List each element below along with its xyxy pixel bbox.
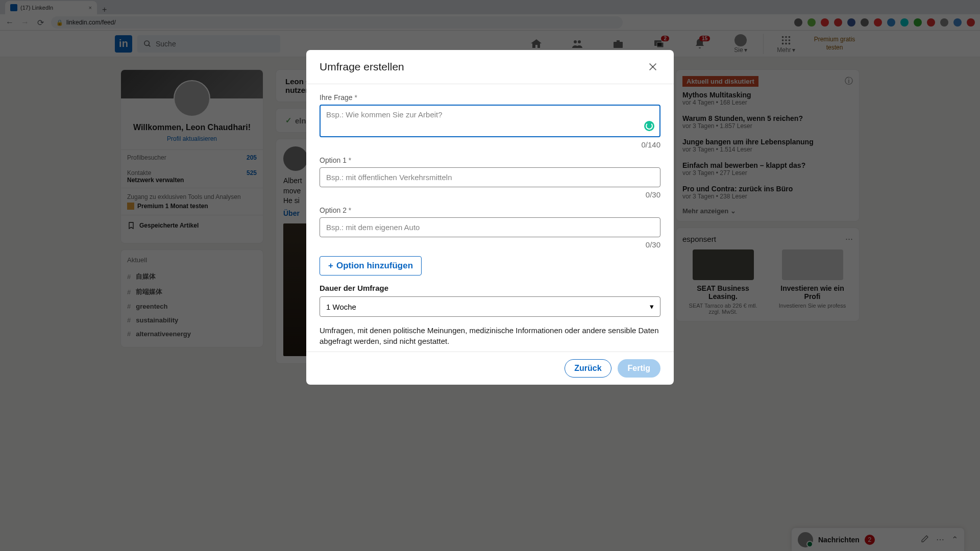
question-field-group: Ihre Frage * Bsp.: Wie kommen Sie zur Ar…	[320, 93, 660, 149]
duration-select[interactable]: 1 Woche ▾	[320, 296, 660, 317]
create-poll-modal: Umfrage erstellen Ihre Frage * Bsp.: Wie…	[306, 50, 674, 385]
duration-label: Dauer der Umfrage	[320, 284, 660, 292]
option2-field-group: Option 2 * Bsp.: mit dem eigenen Auto 0/…	[320, 206, 660, 249]
plus-icon: +	[328, 261, 333, 271]
modal-header: Umfrage erstellen	[306, 50, 674, 84]
option1-field-group: Option 1 * Bsp.: mit öffentlichen Verkeh…	[320, 156, 660, 199]
question-input[interactable]: Bsp.: Wie kommen Sie zur Arbeit?	[320, 105, 660, 137]
done-button[interactable]: Fertig	[618, 359, 660, 378]
modal-title: Umfrage erstellen	[320, 61, 404, 73]
option2-counter: 0/30	[320, 240, 660, 249]
modal-overlay: Umfrage erstellen Ihre Frage * Bsp.: Wie…	[0, 0, 980, 551]
back-button[interactable]: Zurück	[565, 359, 611, 378]
option1-counter: 0/30	[320, 190, 660, 199]
option1-label: Option 1 *	[320, 156, 660, 164]
chevron-down-icon: ▾	[650, 302, 654, 311]
grammarly-icon[interactable]	[644, 121, 654, 131]
disclaimer-text: Umfragen, mit denen politische Meinungen…	[320, 325, 660, 346]
option2-label: Option 2 *	[320, 206, 660, 214]
question-label: Ihre Frage *	[320, 93, 660, 102]
modal-footer: Zurück Fertig	[306, 352, 674, 385]
close-icon[interactable]	[645, 59, 660, 74]
modal-body: Ihre Frage * Bsp.: Wie kommen Sie zur Ar…	[306, 84, 674, 352]
add-option-button[interactable]: + Option hinzufügen	[320, 256, 422, 276]
question-counter: 0/140	[320, 140, 660, 149]
option1-input[interactable]: Bsp.: mit öffentlichen Verkehrsmitteln	[320, 167, 660, 187]
option2-input[interactable]: Bsp.: mit dem eigenen Auto	[320, 217, 660, 237]
